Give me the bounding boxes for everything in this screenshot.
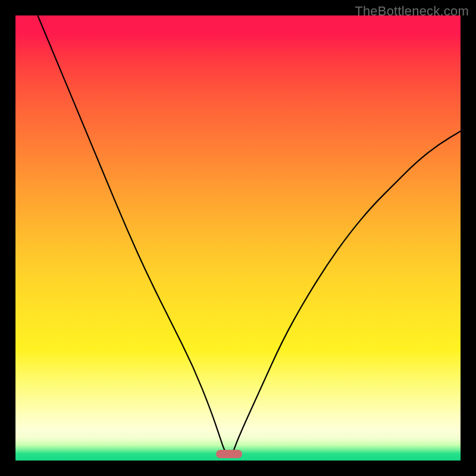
- chart-frame: TheBottleneck.com: [0, 0, 476, 476]
- optimal-marker: [216, 450, 242, 458]
- bottleneck-curve-path: [37, 15, 461, 454]
- watermark-text: TheBottleneck.com: [355, 4, 469, 19]
- bottleneck-curve: [15, 15, 461, 461]
- chart-plot-area: [15, 15, 461, 461]
